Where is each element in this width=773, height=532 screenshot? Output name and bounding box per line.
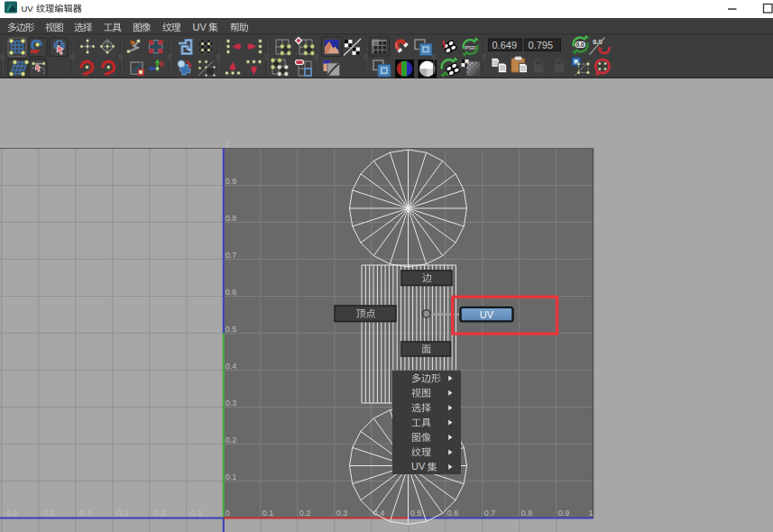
svg-text:0.8: 0.8 (225, 214, 237, 223)
svg-text:-0.6: -0.6 (4, 509, 18, 518)
svg-text:-0.5: -0.5 (41, 509, 55, 518)
svg-text:UV: UV (480, 309, 494, 320)
svg-text:UV: UV (411, 461, 426, 472)
svg-text:0.6: 0.6 (225, 288, 237, 297)
svg-text:0.795: 0.795 (529, 40, 554, 50)
svg-text:-0.2: -0.2 (152, 509, 166, 518)
svg-text:0.2: 0.2 (299, 509, 311, 518)
svg-text:0.2: 0.2 (225, 436, 237, 445)
svg-text:0.5: 0.5 (225, 325, 237, 334)
svg-text:PSD: PSD (465, 45, 476, 50)
svg-text:0.7: 0.7 (484, 509, 496, 518)
svg-text:0.3: 0.3 (336, 509, 348, 518)
svg-text:-0.1: -0.1 (189, 509, 203, 518)
svg-text:0.7: 0.7 (225, 251, 237, 260)
svg-text:0.1: 0.1 (225, 472, 237, 482)
svg-text:0.0: 0.0 (576, 41, 584, 48)
svg-text:UV: UV (193, 22, 207, 32)
svg-text:0.1: 0.1 (262, 509, 274, 518)
svg-text:UV: UV (22, 4, 34, 14)
svg-text:0.9: 0.9 (558, 509, 570, 518)
svg-text:0.9: 0.9 (225, 177, 237, 186)
svg-text:0.649: 0.649 (492, 40, 518, 50)
svg-text:1: 1 (589, 509, 594, 518)
svg-text:-0.3: -0.3 (115, 509, 129, 518)
svg-text:0.5: 0.5 (410, 509, 422, 518)
svg-text:0.4: 0.4 (225, 362, 237, 371)
svg-text:1: 1 (225, 140, 230, 149)
svg-text:0.6: 0.6 (447, 509, 459, 518)
svg-text:-0.4: -0.4 (78, 509, 92, 518)
svg-text:0: 0 (225, 509, 230, 518)
svg-text:0.8: 0.8 (521, 509, 533, 518)
svg-text:0.3: 0.3 (225, 399, 237, 408)
